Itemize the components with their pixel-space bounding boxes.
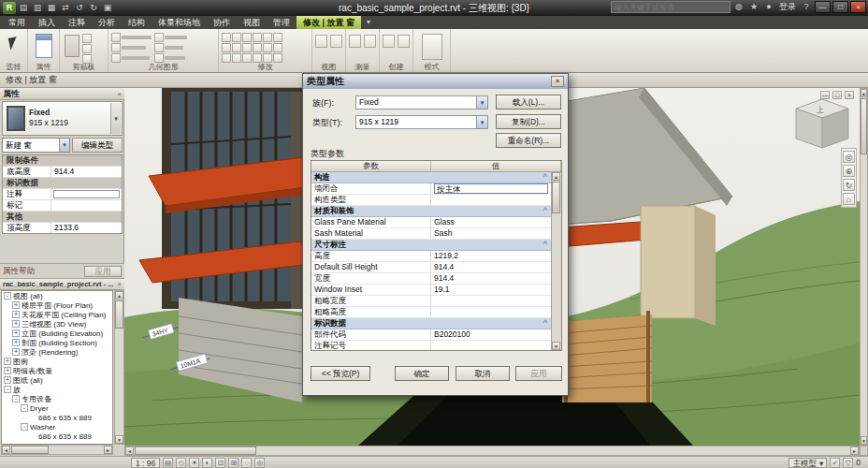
tab-structure[interactable]: 结构	[122, 16, 152, 29]
scroll-down-icon[interactable]: ▼	[552, 342, 560, 350]
section-other[interactable]: 其他	[3, 212, 122, 223]
expander-icon[interactable]: +	[12, 329, 20, 337]
scroll-thumb[interactable]	[115, 300, 123, 329]
detail-level-icon[interactable]: ▤	[163, 458, 173, 468]
reveal-hidden-icon[interactable]: ◎	[254, 458, 265, 468]
param-group-row[interactable]: 标识数据^	[311, 318, 551, 329]
new-icon[interactable]: ▤	[17, 2, 30, 14]
load-button[interactable]: 载入(L)...	[496, 95, 561, 110]
communication-center-icon[interactable]: ◍	[732, 1, 745, 13]
tree-item-3d-view[interactable]: +三维视图 (3D View)	[2, 319, 112, 329]
ribbon-minimize-icon[interactable]: ▾	[367, 16, 370, 29]
close-button[interactable]: ×	[850, 1, 866, 13]
orbit-icon[interactable]: ↻	[843, 179, 855, 191]
restore-button[interactable]: □	[832, 1, 848, 13]
tree-item-elevation[interactable]: +立面 (Building Elevation)	[2, 329, 112, 338]
print-icon[interactable]: ▣	[101, 2, 114, 14]
tree-item-rendering[interactable]: +渲染 (Rendering)	[2, 347, 112, 357]
tab-annotate[interactable]: 注释	[62, 16, 92, 29]
paste-icon[interactable]	[65, 35, 80, 57]
collapse-icon[interactable]: ^	[540, 318, 551, 329]
scroll-left-icon[interactable]: ◄	[125, 446, 134, 455]
scroll-up-icon[interactable]: ▲	[115, 291, 123, 300]
expander-icon[interactable]: +	[4, 358, 11, 365]
param-row[interactable]: 宽度914.4	[311, 273, 551, 285]
zoom-icon[interactable]: ⊕	[843, 165, 855, 177]
param-row[interactable]: 构造类型	[311, 195, 551, 206]
scroll-up-icon[interactable]: ▲	[552, 172, 560, 181]
split-face-icon[interactable]	[154, 33, 164, 42]
edit-icon[interactable]	[273, 53, 282, 63]
cut-geometry-icon[interactable]	[111, 43, 121, 52]
scroll-up-icon[interactable]: ▲	[861, 89, 867, 97]
create-similar-icon[interactable]	[383, 35, 395, 48]
tree-item-dryer[interactable]: -Dryer	[2, 403, 112, 413]
user-icon[interactable]: ●	[762, 1, 775, 13]
type-properties-icon[interactable]	[36, 34, 52, 58]
dimension-icon[interactable]	[364, 35, 376, 48]
tree-item-schedules[interactable]: +明细表/数量	[2, 366, 112, 375]
tab-view[interactable]: 视图	[237, 16, 267, 29]
concrete-wall[interactable]	[641, 206, 716, 326]
signin-label[interactable]: 登录	[777, 1, 798, 13]
search-input[interactable]	[611, 1, 731, 13]
chevron-down-icon[interactable]: ▾	[110, 103, 121, 134]
lock-icon[interactable]	[242, 53, 252, 63]
create-group-icon[interactable]	[398, 35, 410, 48]
wall-closure-input[interactable]: 按主体	[434, 183, 548, 194]
scroll-thumb[interactable]	[861, 98, 867, 154]
undo-icon[interactable]: ↺	[73, 2, 86, 14]
view-minimize-icon[interactable]: —	[820, 91, 830, 99]
close-icon[interactable]: ×	[117, 88, 122, 99]
visual-style-icon[interactable]: ◇	[176, 458, 186, 468]
array-icon[interactable]	[273, 33, 282, 42]
load-family-icon[interactable]	[422, 34, 442, 60]
expander-icon[interactable]: -	[4, 386, 11, 393]
collapse-icon[interactable]: ^	[540, 172, 551, 183]
save-icon[interactable]: ▦	[45, 2, 58, 14]
scroll-right-icon[interactable]: ►	[850, 446, 859, 455]
expander-icon[interactable]: -	[21, 404, 28, 412]
expander-icon[interactable]: +	[4, 376, 11, 384]
param-row[interactable]: Window Inset19.1	[311, 285, 551, 296]
sync-icon[interactable]: ⇄	[59, 2, 72, 14]
home-icon[interactable]: ⌂	[843, 193, 855, 205]
tree-item-floor-plan[interactable]: +楼层平面 (Floor Plan)	[2, 300, 112, 310]
design-options-dropdown[interactable]: 主模型 ▾	[788, 458, 827, 468]
tree-item-ceiling-plan[interactable]: +天花板平面 (Ceiling Plan)	[2, 310, 112, 319]
copy-tool-icon[interactable]	[232, 43, 241, 52]
tab-analyze[interactable]: 分析	[92, 16, 122, 29]
extend-icon[interactable]	[253, 33, 262, 42]
demolish-icon[interactable]	[154, 53, 164, 63]
measure-icon[interactable]	[349, 35, 361, 48]
tab-collaborate[interactable]: 协作	[207, 16, 237, 29]
expander-icon[interactable]: +	[4, 367, 11, 374]
tab-modify-place-window[interactable]: 修改 | 放置 窗	[297, 16, 361, 29]
crop-view-icon[interactable]: ⊡	[215, 458, 225, 468]
family-dropdown[interactable]: Fixed ▾	[355, 95, 488, 110]
collapse-icon[interactable]: ^	[540, 240, 551, 250]
new-element-dropdown[interactable]: 新建 窗 ▾	[2, 138, 70, 153]
tab-manage[interactable]: 管理	[267, 16, 297, 29]
tree-item-washer-type[interactable]: 686 x 635 x 889	[2, 431, 112, 441]
viewport-vscrollbar[interactable]: ▲ ▼	[860, 88, 868, 446]
tree-item-families[interactable]: -族	[2, 385, 112, 394]
ungroup-icon[interactable]	[263, 53, 272, 63]
cut-icon[interactable]	[82, 34, 92, 43]
tab-home[interactable]: 常用	[2, 16, 32, 29]
scroll-left-icon[interactable]: ◄	[2, 446, 10, 454]
viewcube[interactable]: 上	[796, 99, 848, 148]
copy-icon[interactable]	[82, 44, 92, 53]
redo-icon[interactable]: ↻	[87, 2, 100, 14]
scroll-thumb[interactable]	[135, 446, 256, 455]
filter-icon[interactable]: ▽	[843, 458, 853, 468]
param-group-row[interactable]: 材质和装饰^	[311, 206, 551, 217]
properties-help-link[interactable]: 属性帮助	[3, 266, 35, 277]
close-icon[interactable]: ×	[117, 279, 122, 289]
tab-insert[interactable]: 插入	[32, 16, 62, 29]
view-scale-control[interactable]: 1 : 96	[131, 458, 160, 468]
view-restore-icon[interactable]: □	[832, 91, 842, 99]
show-crop-icon[interactable]: ⊞	[228, 458, 239, 468]
app-menu-button[interactable]: R	[3, 2, 16, 14]
editable-only-icon[interactable]: ✓	[830, 458, 840, 468]
